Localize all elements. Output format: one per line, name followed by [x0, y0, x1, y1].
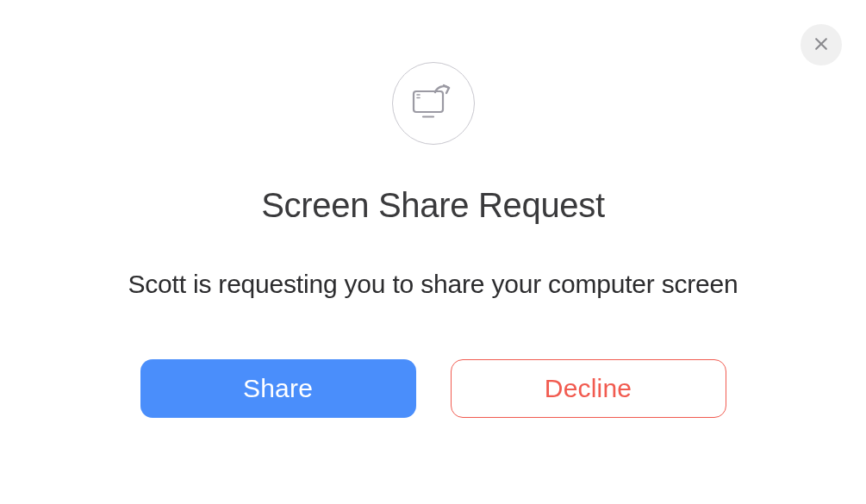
dialog-title: Screen Share Request — [261, 186, 605, 225]
dialog-message: Scott is requesting you to share your co… — [128, 270, 738, 299]
close-icon — [813, 35, 830, 55]
button-row: Share Decline — [140, 359, 726, 418]
screen-share-dialog: Screen Share Request Scott is requesting… — [0, 0, 866, 504]
decline-button[interactable]: Decline — [451, 359, 726, 418]
dialog-icon-container — [392, 62, 475, 145]
share-button[interactable]: Share — [140, 359, 416, 418]
close-button[interactable] — [801, 24, 842, 65]
screen-share-icon — [411, 83, 456, 124]
